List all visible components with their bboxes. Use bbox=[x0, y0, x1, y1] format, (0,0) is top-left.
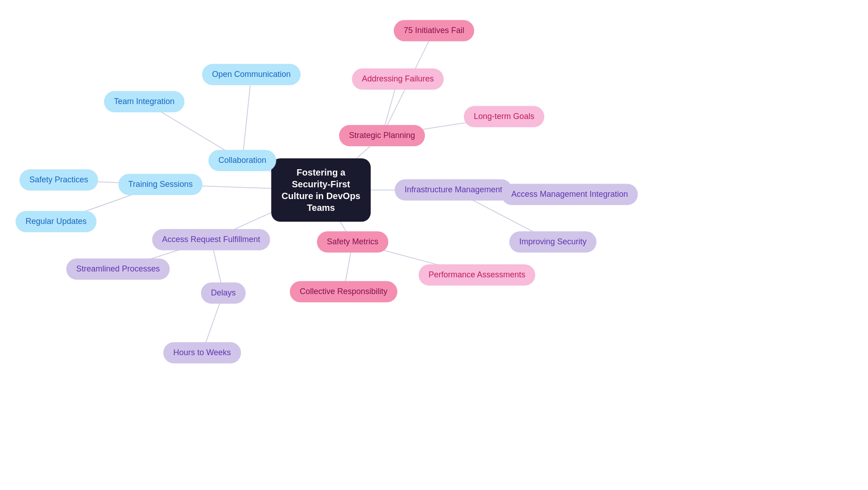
open-communication-node: Open Communication bbox=[202, 64, 301, 85]
training-sessions-node: Training Sessions bbox=[118, 174, 203, 195]
infrastructure-management-node: Infrastructure Management bbox=[395, 179, 512, 200]
mind-map-canvas: Fostering a Security-First Culture in De… bbox=[0, 0, 868, 490]
hours-to-weeks-node: Hours to Weeks bbox=[163, 342, 241, 363]
access-request-fulfillment-node: Access Request Fulfillment bbox=[152, 229, 270, 250]
strategic-planning-node: Strategic Planning bbox=[339, 125, 425, 146]
team-integration-node: Team Integration bbox=[104, 91, 184, 112]
collaboration-node: Collaboration bbox=[208, 150, 276, 171]
svg-line-1 bbox=[242, 75, 251, 161]
delays-node: Delays bbox=[201, 282, 245, 304]
performance-assessments-node: Performance Assessments bbox=[419, 264, 535, 285]
regular-updates-node: Regular Updates bbox=[15, 211, 96, 232]
improving-security-node: Improving Security bbox=[509, 231, 596, 252]
75-initiatives-fail-node: 75 Initiatives Fail bbox=[394, 20, 474, 41]
safety-metrics-node: Safety Metrics bbox=[317, 231, 388, 252]
streamlined-processes-node: Streamlined Processes bbox=[66, 258, 170, 280]
long-term-goals-node: Long-term Goals bbox=[464, 106, 544, 127]
safety-practices-node: Safety Practices bbox=[19, 169, 98, 190]
addressing-failures-node: Addressing Failures bbox=[352, 68, 443, 90]
collective-responsibility-node: Collective Responsibility bbox=[290, 281, 397, 302]
center-node: Fostering a Security-First Culture in De… bbox=[271, 158, 371, 222]
access-management-integration-node: Access Management Integration bbox=[501, 184, 638, 205]
